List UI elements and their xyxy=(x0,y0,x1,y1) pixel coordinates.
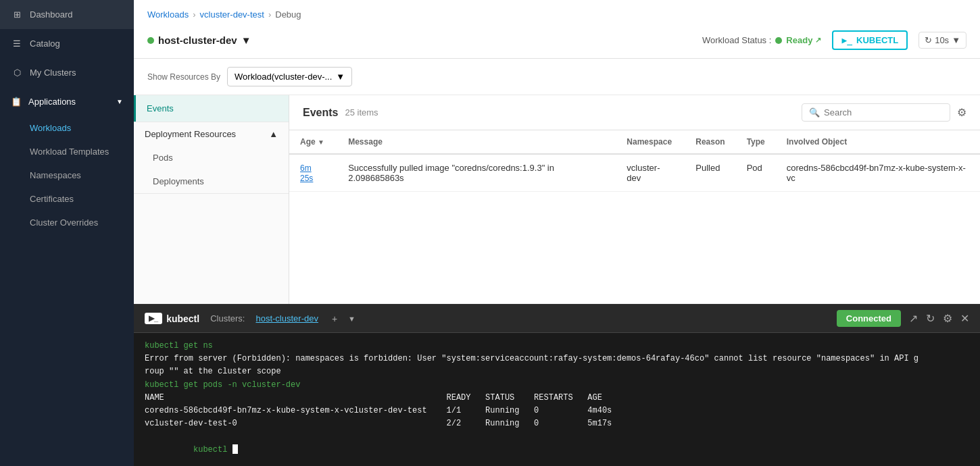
search-input[interactable] xyxy=(824,107,943,118)
external-link-terminal-icon[interactable]: ↗ xyxy=(909,312,918,325)
cluster-status-dot xyxy=(147,37,154,44)
settings-terminal-icon[interactable]: ⚙ xyxy=(943,312,952,325)
terminal-line-6: coredns-586cbcd49f-bn7mz-x-kube-system-x… xyxy=(145,405,969,417)
cluster-list-dropdown-icon[interactable]: ▼ xyxy=(348,315,356,323)
events-table-container: Age ▼ Message Namespace Reason Type Invo… xyxy=(289,130,980,304)
deployment-resources-chevron: ▲ xyxy=(269,129,278,139)
clusters-icon: ⬡ xyxy=(11,68,23,78)
show-resources-bar: Show Resources By Workload(vcluster-dev-… xyxy=(134,59,980,95)
events-title: Events 25 items xyxy=(303,107,378,119)
cluster-selector[interactable]: host-cluster-dev ▼ xyxy=(147,34,251,46)
resources-select[interactable]: Workload(vcluster-dev-... ▼ xyxy=(227,67,352,86)
terminal-line-4: kubectl get pods -n vcluster-dev xyxy=(145,379,969,392)
breadcrumb-sep-2: › xyxy=(268,9,271,20)
terminal-header: ▶_ kubectl Clusters: host-cluster-dev + … xyxy=(134,305,980,333)
breadcrumb-vcluster[interactable]: vcluster-dev-test xyxy=(200,9,264,20)
header-actions: 🔍 ⚙ xyxy=(802,103,966,122)
sidebar-item-namespaces[interactable]: Namespaces xyxy=(0,163,134,187)
sidebar-item-workloads[interactable]: Workloads xyxy=(0,116,134,140)
status-ready-label: Ready ↗ xyxy=(786,35,821,45)
deployments-nav-item[interactable]: Deployments xyxy=(134,170,289,193)
terminal-logo-icon: ▶_ xyxy=(149,314,158,323)
header-bar: host-cluster-dev ▼ Workload Status : Rea… xyxy=(134,25,980,59)
pods-nav-item[interactable]: Pods xyxy=(134,146,289,170)
terminal-cursor xyxy=(232,444,238,454)
sidebar-item-applications[interactable]: 📋 Applications ▼ xyxy=(0,87,134,116)
close-terminal-icon[interactable]: ✕ xyxy=(960,312,969,325)
sidebar-item-catalog[interactable]: ☰ Catalog xyxy=(0,29,134,58)
row-message: Successfully pulled image "coredns/cored… xyxy=(337,154,616,192)
row-namespace: vcluster-dev xyxy=(616,154,685,192)
events-section: Events xyxy=(134,95,289,122)
connected-button[interactable]: Connected xyxy=(837,310,901,327)
show-resources-label: Show Resources By xyxy=(147,72,220,82)
left-panel: Events Deployment Resources ▲ Pods Deplo… xyxy=(134,95,289,304)
events-label: Events xyxy=(303,107,338,119)
search-box[interactable]: 🔍 xyxy=(802,103,950,122)
terminal-prompt: kubectl xyxy=(193,445,232,455)
col-involved-object: Involved Object xyxy=(776,130,980,154)
main-content: Workloads › vcluster-dev-test › Debug ho… xyxy=(134,0,980,466)
interval-chevron: ▼ xyxy=(952,35,960,45)
terminal-logo: ▶_ kubectl xyxy=(145,313,199,324)
breadcrumb-workloads[interactable]: Workloads xyxy=(147,9,189,20)
terminal-panel: ▶_ kubectl Clusters: host-cluster-dev + … xyxy=(134,304,980,466)
applications-icon: 📋 xyxy=(11,97,22,107)
terminal-line-2: Error from server (Forbidden): namespace… xyxy=(145,353,969,365)
events-header: Events 25 items 🔍 ⚙ xyxy=(289,95,980,130)
external-link-icon[interactable]: ↗ xyxy=(815,36,821,45)
table-row: 6m 25s Successfully pulled image "coredn… xyxy=(289,154,980,192)
sidebar-item-my-clusters[interactable]: ⬡ My Clusters xyxy=(0,58,134,87)
sidebar-item-workload-templates[interactable]: Workload Templates xyxy=(0,140,134,163)
right-panel: Events 25 items 🔍 ⚙ xyxy=(289,95,980,304)
col-age: Age ▼ xyxy=(289,130,337,154)
row-age: 6m 25s xyxy=(289,154,337,192)
dashboard-icon: ⊞ xyxy=(11,9,23,20)
sidebar-item-dashboard[interactable]: ⊞ Dashboard xyxy=(0,0,134,29)
terminal-actions: Connected ↗ ↻ ⚙ ✕ xyxy=(837,310,969,327)
gear-icon[interactable]: ⚙ xyxy=(957,106,966,119)
refresh-icon: ↻ xyxy=(925,35,932,45)
search-icon: 🔍 xyxy=(809,107,820,118)
sidebar-item-certificates[interactable]: Certificates xyxy=(0,187,134,211)
header-right: Workload Status : Ready ↗ ▶_ KUBECTL ↻ 1… xyxy=(702,30,966,50)
terminal-prompt-line: kubectl xyxy=(145,430,969,466)
refresh-interval-selector[interactable]: ↻ 10s ▼ xyxy=(918,32,966,49)
terminal-body[interactable]: kubectl get ns Error from server (Forbid… xyxy=(134,333,980,466)
kubectl-terminal-icon: ▶_ xyxy=(841,35,852,45)
cluster-tab[interactable]: host-cluster-dev xyxy=(255,313,318,323)
refresh-terminal-icon[interactable]: ↻ xyxy=(926,312,935,325)
row-type: Pod xyxy=(736,154,776,192)
breadcrumb: Workloads › vcluster-dev-test › Debug xyxy=(134,0,980,25)
terminal-line-3: roup "" at the cluster scope xyxy=(145,365,969,378)
deployment-resources-header[interactable]: Deployment Resources ▲ xyxy=(134,122,289,146)
table-header-row: Age ▼ Message Namespace Reason Type Invo… xyxy=(289,130,980,154)
sidebar-item-cluster-overrides[interactable]: Cluster Overrides xyxy=(0,211,134,234)
kubectl-button[interactable]: ▶_ KUBECTL xyxy=(832,30,908,50)
deployment-resources-section: Deployment Resources ▲ Pods Deployments xyxy=(134,122,289,194)
col-namespace: Namespace xyxy=(616,130,685,154)
terminal-line-1: kubectl get ns xyxy=(145,340,969,353)
content-area: Events Deployment Resources ▲ Pods Deplo… xyxy=(134,95,980,304)
col-reason: Reason xyxy=(685,130,735,154)
terminal-line-5: NAME READY STATUS RESTARTS AGE xyxy=(145,392,969,405)
age-sort-icon[interactable]: ▼ xyxy=(318,138,324,146)
col-message: Message xyxy=(337,130,616,154)
resources-select-chevron: ▼ xyxy=(336,72,345,82)
events-count: 25 items xyxy=(345,107,378,118)
col-type: Type xyxy=(736,130,776,154)
applications-chevron: ▼ xyxy=(116,98,123,105)
events-table: Age ▼ Message Namespace Reason Type Invo… xyxy=(289,130,980,192)
events-nav-item[interactable]: Events xyxy=(134,95,289,122)
breadcrumb-sep-1: › xyxy=(193,9,195,20)
workload-status-dot xyxy=(775,37,782,44)
workload-status: Workload Status : Ready ↗ xyxy=(702,35,821,45)
clusters-label: Clusters: xyxy=(210,313,245,323)
terminal-line-7: vcluster-dev-test-0 2/2 Running 0 5m17s xyxy=(145,417,969,430)
breadcrumb-debug: Debug xyxy=(275,9,301,20)
catalog-icon: ☰ xyxy=(11,38,23,49)
add-cluster-icon[interactable]: + xyxy=(332,313,337,324)
cluster-name: host-cluster-dev xyxy=(158,34,237,46)
terminal-logo-box: ▶_ xyxy=(145,313,162,324)
cluster-dropdown-icon[interactable]: ▼ xyxy=(241,34,251,46)
